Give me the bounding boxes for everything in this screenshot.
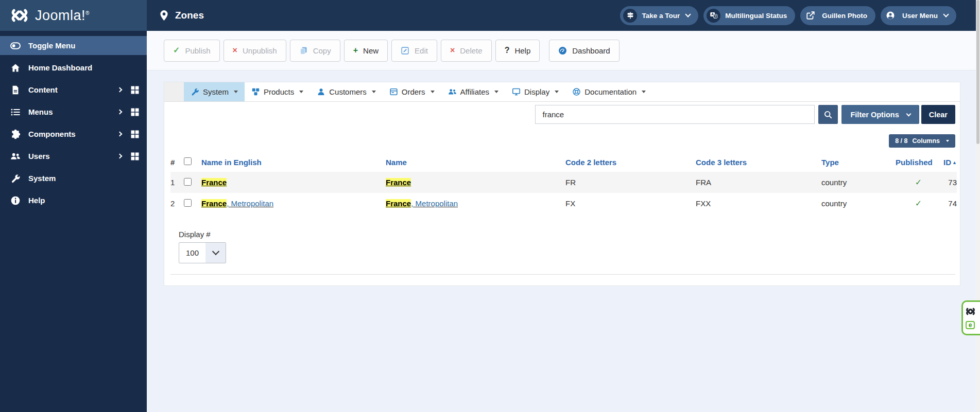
card-footer-divider: [170, 274, 955, 275]
sidebar-item-content[interactable]: Content: [0, 80, 147, 99]
delete-button[interactable]: × Delete: [441, 40, 492, 62]
row-checkbox[interactable]: [184, 178, 192, 186]
published-cell[interactable]: ✓: [896, 193, 941, 214]
zone-id: 73: [941, 172, 957, 193]
dashboard-grid-icon[interactable]: [130, 152, 140, 161]
published-check-icon: ✓: [915, 199, 922, 208]
zone-code2: FX: [565, 193, 696, 214]
chevron-right-icon: [117, 110, 123, 115]
translate-icon: A: [707, 9, 720, 23]
tab-products[interactable]: Products: [245, 82, 310, 101]
zone-name-en-link[interactable]: France, Metropolitan: [201, 199, 273, 208]
chevron-right-icon: [117, 132, 123, 137]
col-header-type[interactable]: Type: [821, 152, 896, 172]
unpublish-button[interactable]: × Unpublish: [223, 40, 286, 62]
zone-code2: FR: [565, 172, 696, 193]
filter-bar: Filter Options Clear: [164, 105, 955, 124]
row-num: 2: [170, 193, 184, 214]
page-title: Zones: [175, 10, 204, 21]
sidebar-item-toggle-menu[interactable]: Toggle Menu: [0, 36, 147, 55]
table-row: 1 France France FR FRA country ✓ 73: [170, 172, 957, 193]
tab-documentation[interactable]: Documentation: [565, 82, 652, 101]
chevron-down-icon: [685, 11, 691, 17]
columns-select-button[interactable]: 8 / 8 Columns: [889, 134, 955, 148]
wrench-icon: [10, 173, 21, 184]
wrench-icon: [191, 87, 199, 96]
tab-orders[interactable]: Orders: [383, 82, 441, 101]
toggle-icon: [10, 40, 21, 51]
take-a-tour-button[interactable]: Take a Tour: [620, 6, 698, 25]
document-icon: [10, 84, 21, 95]
col-header-code2[interactable]: Code 2 letters: [565, 152, 696, 172]
chevron-right-icon: [117, 154, 123, 159]
home-icon: [10, 62, 21, 73]
boxes-icon: [251, 87, 260, 96]
zone-type: country: [821, 193, 896, 214]
zone-name-en-link[interactable]: France: [201, 178, 227, 187]
select-all-checkbox[interactable]: [184, 157, 192, 165]
x-icon: ×: [450, 46, 455, 55]
dashboard-grid-icon[interactable]: [130, 85, 140, 95]
sidebar-item-users[interactable]: Users: [0, 147, 147, 166]
order-card-icon: [389, 87, 398, 96]
users-icon: [10, 151, 21, 162]
multilingual-status-button[interactable]: A Multilingual Status: [703, 6, 795, 25]
tab-affiliates[interactable]: Affiliates: [441, 82, 505, 101]
publish-button[interactable]: ✓ Publish: [164, 40, 220, 62]
x-icon: ×: [233, 46, 237, 55]
dashboard-grid-icon[interactable]: [130, 108, 140, 117]
caret-down-icon: [946, 140, 949, 142]
table-row: 2 France, Metropolitan France, Metropoli…: [170, 193, 957, 214]
copy-button[interactable]: Copy: [290, 40, 340, 62]
check-icon: ✓: [173, 46, 180, 55]
sidebar-item-components[interactable]: Components: [0, 124, 147, 144]
col-header-code3[interactable]: Code 3 letters: [696, 152, 821, 172]
display-count-label: Display #: [179, 230, 960, 239]
lifering-icon: [572, 87, 581, 96]
clear-button[interactable]: Clear: [921, 105, 955, 124]
columns-row: 8 / 8 Columns: [164, 134, 955, 148]
tab-display[interactable]: Display: [505, 82, 565, 101]
col-header-id[interactable]: ID▲: [941, 152, 957, 172]
col-header-published[interactable]: Published: [896, 152, 941, 172]
search-button[interactable]: [818, 105, 838, 124]
top-bar: Joomla!® Zones Take a Tour A Multilingua…: [0, 0, 980, 31]
caret-down-icon: [234, 91, 238, 93]
filter-options-button[interactable]: Filter Options: [841, 105, 919, 124]
new-button[interactable]: + New: [344, 40, 388, 62]
table-header-row: # Name in English Name Code 2 letters Co…: [170, 152, 957, 172]
sidebar-item-system[interactable]: System: [0, 169, 147, 188]
zone-name-link[interactable]: France, Metropolitan: [386, 199, 458, 208]
chevron-right-icon: [117, 87, 123, 93]
site-preview-button[interactable]: Guillen Photo: [800, 6, 875, 25]
toolbar: ✓ Publish × Unpublish Copy + New Edit × …: [147, 31, 980, 70]
dashboard-button[interactable]: Dashboard: [549, 40, 619, 62]
select-all-checkbox-cell: [184, 152, 201, 172]
display-count-select[interactable]: 100: [179, 242, 226, 263]
caret-down-icon: [555, 91, 559, 93]
published-cell[interactable]: ✓: [896, 172, 941, 193]
tab-system[interactable]: System: [184, 82, 245, 101]
edit-button[interactable]: Edit: [391, 40, 437, 62]
sidebar-item-help[interactable]: Help: [0, 191, 147, 210]
copy-icon: [299, 46, 308, 55]
search-input[interactable]: [535, 105, 815, 124]
help-button[interactable]: ? Help: [495, 40, 540, 62]
sidebar-item-menus[interactable]: Menus: [0, 102, 147, 121]
user-menu-button[interactable]: User Menu: [881, 6, 956, 25]
sort-asc-icon: ▲: [952, 160, 957, 165]
zone-id: 74: [941, 193, 957, 214]
person-icon: [317, 87, 325, 96]
zone-name-link[interactable]: France: [386, 178, 411, 187]
scrollbar-thumb[interactable]: [976, 0, 979, 144]
col-header-name-en[interactable]: Name in English: [201, 152, 386, 172]
tab-customers[interactable]: Customers: [310, 82, 383, 101]
chevron-down-icon: [906, 111, 911, 116]
row-checkbox[interactable]: [184, 199, 192, 207]
edge-extension-widget[interactable]: e: [961, 300, 980, 335]
col-header-name[interactable]: Name: [386, 152, 565, 172]
caret-down-icon: [299, 91, 303, 93]
sidebar-item-home-dashboard[interactable]: Home Dashboard: [0, 58, 147, 77]
dashboard-grid-icon[interactable]: [130, 130, 140, 139]
caret-down-icon: [494, 91, 498, 93]
